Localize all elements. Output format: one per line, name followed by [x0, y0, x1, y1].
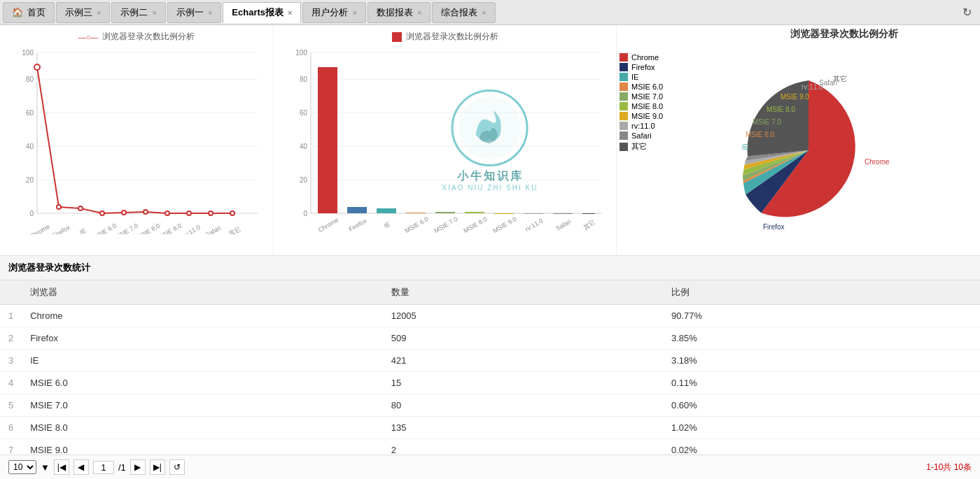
pagination-total: 1-10共 10条 [926, 462, 972, 473]
bar-firefox [347, 207, 367, 213]
svg-text:Firefox: Firefox [51, 224, 71, 234]
first-page-button[interactable]: |◀ [54, 459, 69, 475]
svg-text:80: 80 [26, 76, 34, 83]
col-ratio: 比例 [663, 280, 980, 305]
svg-point-18 [122, 210, 126, 215]
tab-echarts[interactable]: Echarts报表 × [223, 2, 301, 23]
svg-text:100: 100 [22, 49, 34, 57]
legend-ie: IE [620, 73, 705, 81]
table-section: 浏览器登录次数统计 浏览器 数量 比例 1 Chrome 12005 90.77… [0, 256, 980, 479]
tab-data-report-close[interactable]: × [417, 8, 421, 17]
tab-example3-close[interactable]: × [97, 8, 101, 17]
pie-label-other: 其它 [833, 75, 847, 83]
cell-ratio: 3.85% [663, 327, 980, 350]
cell-count: 12005 [383, 305, 663, 327]
tab-example2-close[interactable]: × [152, 8, 156, 17]
col-browser: 浏览器 [22, 280, 382, 305]
cell-count: 2 [383, 439, 663, 455]
svg-text:IE: IE [78, 227, 87, 234]
svg-text:MSIE 6.0: MSIE 6.0 [403, 215, 429, 234]
tab-combined-report-close[interactable]: × [482, 8, 486, 17]
tab-example1[interactable]: 示例一 × [167, 2, 221, 23]
svg-text:0: 0 [29, 210, 34, 217]
current-page-input[interactable] [93, 461, 114, 474]
page-size-select[interactable]: 10 20 50 [8, 460, 36, 474]
cell-count: 509 [383, 327, 663, 350]
svg-point-21 [187, 211, 191, 215]
svg-point-14 [34, 64, 40, 70]
svg-point-22 [209, 211, 213, 215]
cell-num: 4 [0, 372, 22, 394]
cell-count: 421 [383, 350, 663, 372]
cell-ratio: 0.60% [663, 394, 980, 417]
bar-msie6 [406, 213, 426, 213]
svg-text:60: 60 [26, 109, 34, 117]
legend-other: 其它 [620, 141, 705, 152]
cell-ratio: 0.11% [663, 372, 980, 394]
bar-other [582, 213, 595, 214]
legend-chrome: Chrome [620, 53, 705, 62]
cell-num: 5 [0, 394, 22, 417]
cell-num: 3 [0, 350, 22, 372]
svg-text:100: 100 [295, 49, 307, 57]
table-header-row: 浏览器 数量 比例 [0, 280, 980, 305]
svg-text:Safari: Safari [204, 224, 222, 234]
cell-num: 6 [0, 417, 22, 439]
svg-text:40: 40 [26, 143, 34, 150]
table-body: 1 Chrome 12005 90.77% 2 Firefox 509 3.85… [0, 305, 980, 455]
cell-browser: MSIE 8.0 [22, 417, 382, 439]
tab-example1-close[interactable]: × [208, 8, 212, 17]
cell-ratio: 90.77% [663, 305, 980, 327]
svg-text:Chrome: Chrome [317, 216, 340, 234]
last-page-button[interactable]: ▶| [150, 459, 165, 475]
svg-point-17 [100, 211, 104, 215]
line-chart-title: —○— 浏览器登录次数比例分析 [6, 31, 267, 43]
svg-text:MSIE 8.0: MSIE 8.0 [462, 215, 488, 234]
table-container[interactable]: 浏览器 数量 比例 1 Chrome 12005 90.77% 2 Firefo… [0, 280, 980, 455]
svg-text:rv:11.0: rv:11.0 [524, 217, 545, 233]
tab-example2[interactable]: 示例二 × [111, 2, 165, 23]
tab-data-report[interactable]: 数据报表 × [368, 2, 430, 23]
cell-num: 1 [0, 305, 22, 327]
bar-chrome [318, 67, 337, 213]
tab-combined-report-label: 综合报表 [441, 6, 477, 19]
cell-count: 135 [383, 417, 663, 439]
legend-msie8: MSIE 8.0 [620, 102, 705, 110]
next-page-button[interactable]: ▶ [130, 459, 146, 475]
table-row: 3 IE 421 3.18% [0, 350, 980, 372]
pie-label-chrome: Chrome [864, 158, 890, 166]
cell-browser: MSIE 7.0 [22, 394, 382, 417]
prev-page-button[interactable]: ◀ [74, 459, 89, 475]
svg-text:其它: 其它 [582, 219, 597, 231]
table-row: 1 Chrome 12005 90.77% [0, 305, 980, 327]
page-separator: /1 [118, 462, 126, 473]
legend-rv11: rv:11.0 [620, 122, 705, 130]
pie-chart-container: 浏览器登录次数比例分析 [708, 25, 980, 255]
page-size-arrow: ▼ [41, 462, 50, 473]
tab-user-analysis-close[interactable]: × [352, 8, 356, 17]
tab-example3[interactable]: 示例三 × [56, 2, 110, 23]
pie-label-msie6: MSIE 6.0 [746, 131, 775, 138]
bar-safari [553, 213, 573, 214]
legend-msie6: MSIE 6.0 [620, 83, 705, 91]
bar-msie9 [494, 213, 514, 214]
table-row: 2 Firefox 509 3.85% [0, 327, 980, 350]
cell-ratio: 1.02% [663, 417, 980, 439]
table-row: 7 MSIE 9.0 2 0.02% [0, 439, 980, 455]
svg-text:MSIE 7.0: MSIE 7.0 [433, 215, 458, 234]
tab-echarts-close[interactable]: × [288, 8, 292, 17]
tab-combined-report[interactable]: 综合报表 × [432, 2, 495, 23]
tab-home[interactable]: 🏠 首页 [3, 2, 55, 23]
refresh-button[interactable]: ↻ [957, 6, 977, 19]
home-icon: 🏠 [12, 7, 23, 17]
svg-text:rv:11.0: rv:11.0 [181, 224, 202, 234]
tab-user-analysis[interactable]: 用户分析 × [302, 2, 365, 23]
bar-rv11 [524, 213, 543, 214]
svg-text:MSIE 9.0: MSIE 9.0 [491, 215, 517, 234]
refresh-table-button[interactable]: ↺ [169, 459, 185, 475]
line-chart-container: —○— 浏览器登录次数比例分析 0 20 40 60 80 100 [0, 25, 273, 255]
pie-chart-title: 浏览器登录次数比例分析 [710, 28, 977, 41]
bar-msie7 [435, 212, 455, 213]
svg-text:其它: 其它 [227, 225, 242, 234]
tab-example1-label: 示例一 [176, 6, 204, 19]
